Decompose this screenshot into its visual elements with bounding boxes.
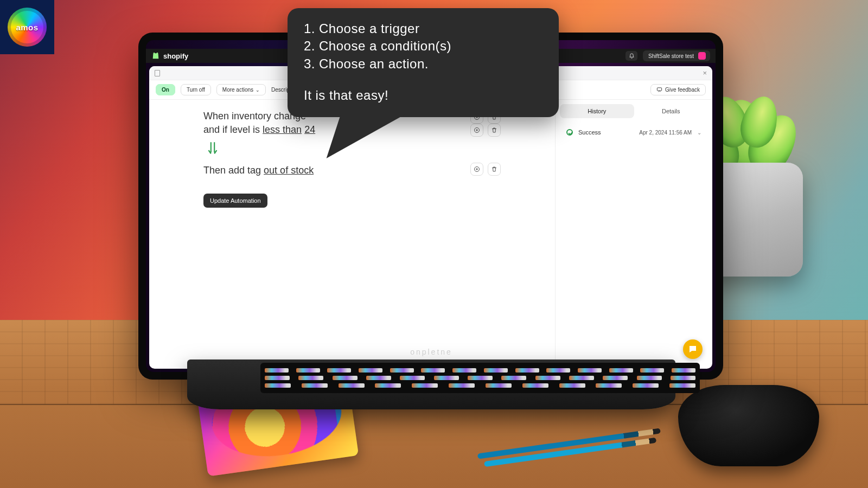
amos-logo-badge: amos	[0, 0, 54, 54]
add-step-button[interactable]	[470, 124, 483, 137]
shopify-bag-icon	[151, 52, 160, 60]
callout-step-2: Choose a condition(s)	[319, 37, 451, 55]
amos-logo-icon: amos	[8, 8, 47, 47]
success-check-icon	[566, 129, 573, 136]
more-actions-menu[interactable]: More actions⌄	[216, 84, 266, 95]
trash-icon	[491, 127, 497, 133]
store-name: ShiftSale store test	[648, 53, 694, 59]
trash-icon	[491, 166, 497, 172]
callout-step-3: Choose an action.	[319, 55, 429, 73]
feedback-icon	[656, 87, 662, 93]
store-switcher[interactable]: ShiftSale store test	[643, 50, 710, 61]
notifications-button[interactable]	[626, 51, 637, 61]
instruction-callout: 1.Choose a trigger 2.Choose a condition(…	[288, 8, 559, 117]
chevron-down-icon: ⌄	[697, 130, 701, 136]
shopify-brand-text: shopify	[163, 52, 188, 60]
callout-tagline: It is that easy!	[304, 88, 542, 103]
amos-logo-text: amos	[16, 23, 38, 32]
chevron-down-icon: ⌄	[256, 87, 260, 93]
history-entry[interactable]: Success Apr 2, 2024 11:56 AM ⌄	[562, 124, 706, 141]
delete-step-button[interactable]	[488, 124, 501, 137]
shopify-logo: shopify	[151, 52, 188, 60]
close-button[interactable]: ×	[703, 69, 707, 77]
turn-off-button[interactable]: Turn off	[181, 84, 211, 95]
laptop-base: onpletne	[187, 359, 675, 409]
side-panel: History Details Success Apr 2, 2024 11:5…	[555, 100, 712, 369]
plus-circle-icon	[474, 166, 480, 172]
plus-circle-icon	[474, 127, 480, 133]
laptop-brand: onpletne	[410, 348, 452, 356]
chat-bubble-icon	[688, 344, 698, 354]
callout-step-1: Choose a trigger	[319, 20, 419, 37]
status-on-pill[interactable]: On	[156, 84, 175, 95]
add-step-button[interactable]	[470, 163, 483, 176]
action-tag-value[interactable]: out of stock	[264, 165, 314, 176]
document-icon	[155, 70, 160, 76]
store-avatar	[698, 52, 706, 60]
condition-operator[interactable]: less than	[263, 124, 302, 136]
history-status: Success	[578, 129, 601, 136]
tab-history[interactable]: History	[560, 104, 634, 118]
delete-step-button[interactable]	[488, 163, 501, 176]
give-feedback-button[interactable]: Give feedback	[650, 84, 706, 95]
tab-details[interactable]: Details	[634, 104, 709, 118]
chat-fab[interactable]	[683, 339, 703, 359]
history-timestamp: Apr 2, 2024 11:56 AM	[639, 130, 692, 136]
svg-rect-0	[657, 88, 661, 91]
bell-icon	[629, 53, 635, 59]
update-automation-button[interactable]: Update Automation	[203, 194, 267, 208]
promo-background: amos shopify ShiftS	[0, 0, 868, 488]
condition-value[interactable]: 24	[304, 124, 315, 136]
